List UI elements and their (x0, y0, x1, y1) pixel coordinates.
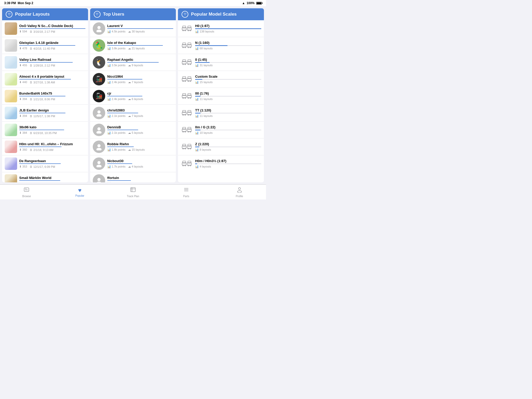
svg-point-67 (190, 131, 191, 132)
svg-point-92 (237, 191, 242, 193)
status-time: 3:39 PM Mon Sep 2 (4, 1, 33, 5)
list-item[interactable]: 🐧 Raphael Angelic 📊 3.5k points ☁ 9 layo… (90, 54, 176, 71)
main-content: ♡ Popular Layouts OsO Valley N Sc...C Do… (0, 6, 266, 184)
scale-layouts: 📊 4 layouts (195, 165, 211, 168)
svg-point-58 (188, 114, 189, 115)
list-item[interactable]: H0 (1:87) 📊 138 layouts (178, 20, 264, 37)
status-bar: 3:39 PM Mon Sep 2 ▲ 100% (0, 0, 266, 6)
tab-parts[interactable]: Parts (159, 185, 213, 200)
svg-point-46 (183, 97, 184, 98)
avatar: 🚂 (93, 73, 105, 85)
scales-list[interactable]: H0 (1:87) 📊 138 layouts (178, 20, 264, 182)
list-item[interactable]: Z (1:220) 📊 8 layouts (178, 138, 264, 155)
svg-rect-13 (183, 26, 186, 28)
scale-name: H0m / H0n3½ (1:87) (195, 159, 261, 163)
layout-title: BunderBahN 140x75 (19, 91, 85, 95)
scale-layouts: 📊 11 layouts (195, 97, 212, 101)
user-name: DennisB (107, 125, 174, 129)
list-item[interactable]: Nicbout30 📊 1.7k points ☁ 4 layouts (90, 155, 176, 172)
scale-info: Custom Scale 📊 15 layouts (195, 75, 261, 84)
browse-icon (23, 187, 30, 194)
list-item[interactable]: 0 (1:45) 📊 31 layouts (178, 54, 264, 71)
layout-thumb (5, 107, 17, 119)
scale-info: H0m / H0n3½ (1:87) 📊 4 layouts (195, 159, 261, 168)
tab-trackplan[interactable]: Track Plan (107, 185, 160, 200)
list-item[interactable]: ffortuin 📊 1.6k points ☁ 4 layouts (90, 172, 176, 182)
scale-name: H0 (1:87) (195, 24, 261, 28)
layouts-list[interactable]: OsO Valley N Sc...C Double Deck) ⬇ 594 🗓… (2, 20, 88, 182)
avatar: 🐧 (93, 56, 105, 69)
list-item[interactable]: H0m und H0: Kl...ofehn – Frizzum ⬇ 360 🗓… (2, 138, 88, 155)
list-item[interactable]: TT (1:120) 📊 11 layouts (178, 105, 264, 122)
list-item[interactable]: De Rangeerbaan ⬇ 353 🗓 12/1/17, 6:09 PM (2, 155, 88, 172)
layout-date: 🗓 12/1/17, 6:09 PM (30, 165, 55, 168)
layout-thumb (5, 90, 17, 102)
svg-rect-57 (188, 110, 191, 112)
list-item[interactable]: Gleisplan 1.4.18 gelände ⬇ 478 🗓 4/2/18,… (2, 37, 88, 54)
users-list[interactable]: Laurent V 📊 4.5k points ☁ 30 layouts 🦜 I… (90, 20, 176, 182)
avatar: 🦜 (93, 39, 105, 52)
avatar: 🚂 (93, 90, 105, 102)
user-name: Robbie Riehn (107, 142, 174, 146)
layout-info: BunderBahN 140x75 ⬇ 394 🗓 1/21/18, 8:06 … (19, 91, 85, 101)
svg-point-5 (96, 131, 102, 134)
scale-icon (181, 39, 193, 52)
list-item[interactable]: N (1:160) 📊 68 layouts (178, 37, 264, 54)
scale-layouts: 📊 68 layouts (195, 47, 212, 50)
tab-popular[interactable]: ♥ Popular (53, 185, 107, 200)
svg-rect-45 (183, 94, 186, 96)
list-item[interactable]: Small Märklin World ⬇ 352 🗓 9/15/18, 11:… (2, 172, 88, 182)
list-item[interactable]: Valley Line Railroad ⬇ 455 🗓 1/28/18, 2:… (2, 54, 88, 71)
user-layouts: ☁ 7 layouts (128, 114, 143, 118)
popular-label: Popular (75, 194, 84, 197)
tab-browse[interactable]: Browse (0, 185, 53, 200)
list-item[interactable]: Custom Scale 📊 15 layouts (178, 71, 264, 88)
list-item[interactable]: BunderBahN 140x75 ⬇ 394 🗓 1/21/18, 8:06 … (2, 88, 88, 105)
svg-point-34 (188, 64, 189, 65)
list-item[interactable]: OsO Valley N Sc...C Double Deck) ⬇ 594 🗓… (2, 20, 88, 37)
list-item[interactable]: 38x96 kato ⬇ 384 🗓 6/23/18, 10:35 PM (2, 122, 88, 138)
list-item[interactable]: H0m / H0n3½ (1:87) 📊 4 layouts (178, 155, 264, 172)
svg-point-19 (190, 30, 191, 31)
svg-rect-49 (188, 94, 191, 96)
svg-point-63 (185, 131, 186, 132)
scales-column: ♡ Popular Model Scales (178, 8, 264, 182)
list-item[interactable]: 🚂 Nicci1964 📊 2.4k points ☁ 7 layouts (90, 71, 176, 88)
list-item[interactable]: Almost 4 x 8 portable layout ⬇ 440 🗓 3/2… (2, 71, 88, 88)
svg-point-35 (190, 64, 191, 65)
avatar (93, 124, 105, 136)
list-item[interactable]: IIm / G (1:22) 📊 10 layouts (178, 122, 264, 138)
user-points: 📊 2.4k points (107, 97, 125, 101)
user-points: 📊 1.7k points (107, 165, 125, 168)
avatar (93, 22, 105, 35)
layout-date: 🗓 4/2/18, 11:40 PM (30, 47, 55, 50)
avatar (93, 141, 105, 153)
scale-name: TT (1:120) (195, 108, 261, 112)
list-item[interactable]: 🦜 Isle of the Kakapo 📊 3.8k points ☁ 21 … (90, 37, 176, 54)
layout-info: JLB Earlier design ⬇ 394 🗓 12/5/17, 1:38… (19, 108, 85, 118)
list-item[interactable]: DennisB 📊 2.1k points ☁ 5 layouts (90, 122, 176, 138)
svg-point-59 (190, 114, 191, 115)
profile-icon (236, 187, 243, 194)
layout-info: Small Märklin World ⬇ 352 🗓 9/15/18, 11:… (19, 176, 85, 182)
svg-point-26 (188, 47, 189, 48)
scale-layouts: 📊 31 layouts (195, 64, 212, 67)
list-item[interactable]: JLB Earlier design ⬇ 394 🗓 12/5/17, 1:38… (2, 105, 88, 122)
layout-info: Almost 4 x 8 portable layout ⬇ 440 🗓 3/2… (19, 75, 85, 84)
list-item[interactable]: Robbie Riehn 📊 1.8k points ☁ 15 layouts (90, 138, 176, 155)
list-item[interactable]: chris02883 📊 2.1k points ☁ 7 layouts (90, 105, 176, 122)
scale-layouts: 📊 10 layouts (195, 131, 212, 135)
layout-info: Gleisplan 1.4.18 gelände ⬇ 478 🗓 4/2/18,… (19, 41, 85, 50)
list-item[interactable]: Laurent V 📊 4.5k points ☁ 30 layouts (90, 20, 176, 37)
layout-title: H0m und H0: Kl...ofehn – Frizzum (19, 142, 85, 146)
svg-point-11 (96, 182, 102, 182)
list-item[interactable]: 🚂 cjr 📊 2.4k points ☁ 6 layouts (90, 88, 176, 105)
user-points: 📊 2.1k points (107, 114, 125, 118)
download-count: ⬇ 360 (19, 148, 27, 151)
download-count: ⬇ 352 (19, 182, 27, 182)
list-item[interactable]: 00 (1:76) 📊 11 layouts (178, 88, 264, 105)
scale-info: TT (1:120) 📊 11 layouts (195, 108, 261, 118)
svg-point-42 (188, 81, 189, 82)
tab-profile[interactable]: Profile (213, 185, 266, 200)
layout-title: Small Märklin World (19, 176, 85, 180)
